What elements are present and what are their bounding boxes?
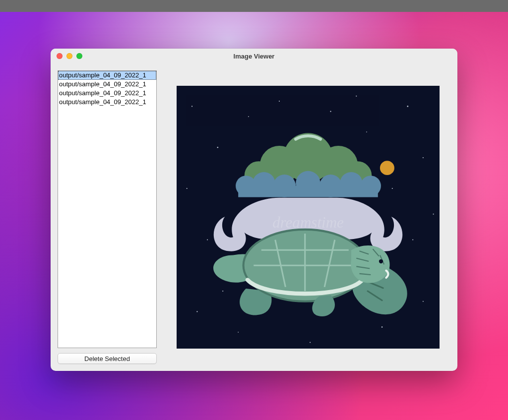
sidebar: output/sample_04_09_2022_1 output/sample… bbox=[58, 70, 157, 364]
system-menubar bbox=[0, 0, 508, 12]
svg-point-3 bbox=[248, 116, 249, 117]
file-listbox[interactable]: output/sample_04_09_2022_1 output/sample… bbox=[58, 70, 157, 348]
zoom-icon[interactable] bbox=[76, 53, 82, 59]
svg-point-7 bbox=[407, 106, 408, 107]
minimize-icon[interactable] bbox=[66, 53, 72, 59]
image-viewer-window: Image Viewer output/sample_04_09_2022_1 … bbox=[51, 49, 457, 371]
svg-point-5 bbox=[330, 111, 331, 112]
svg-point-19 bbox=[392, 188, 393, 189]
window-content: output/sample_04_09_2022_1 output/sample… bbox=[51, 63, 457, 371]
svg-point-8 bbox=[423, 157, 424, 158]
list-item[interactable]: output/sample_04_09_2022_1 bbox=[58, 98, 156, 107]
svg-point-16 bbox=[433, 214, 434, 215]
preview-image: dreamstime bbox=[177, 86, 440, 349]
svg-point-10 bbox=[412, 240, 413, 240]
delete-selected-button[interactable]: Delete Selected bbox=[58, 353, 157, 364]
desktop-wallpaper: Image Viewer output/sample_04_09_2022_1 … bbox=[0, 0, 508, 420]
svg-point-4 bbox=[279, 101, 280, 102]
close-icon[interactable] bbox=[57, 53, 63, 59]
window-controls bbox=[57, 53, 82, 59]
svg-point-15 bbox=[423, 301, 424, 302]
svg-point-11 bbox=[196, 311, 197, 312]
titlebar[interactable]: Image Viewer bbox=[51, 49, 457, 63]
svg-point-12 bbox=[238, 332, 239, 333]
svg-point-20 bbox=[222, 291, 223, 292]
svg-point-9 bbox=[207, 240, 208, 240]
svg-point-21 bbox=[380, 161, 394, 175]
list-item[interactable]: output/sample_04_09_2022_1 bbox=[58, 80, 156, 89]
list-item[interactable]: output/sample_04_09_2022_1 bbox=[58, 89, 156, 98]
svg-point-14 bbox=[381, 326, 382, 327]
list-item[interactable]: output/sample_04_09_2022_1 bbox=[58, 71, 156, 80]
svg-rect-34 bbox=[238, 186, 378, 197]
svg-point-37 bbox=[379, 259, 383, 263]
watermark-text: dreamstime bbox=[272, 214, 344, 231]
svg-point-18 bbox=[356, 96, 357, 97]
svg-point-13 bbox=[310, 342, 311, 343]
image-preview: dreamstime bbox=[166, 70, 450, 364]
window-title: Image Viewer bbox=[51, 53, 457, 60]
svg-point-17 bbox=[187, 188, 188, 189]
svg-point-6 bbox=[366, 131, 367, 132]
svg-point-2 bbox=[217, 147, 218, 148]
svg-point-1 bbox=[191, 106, 192, 107]
